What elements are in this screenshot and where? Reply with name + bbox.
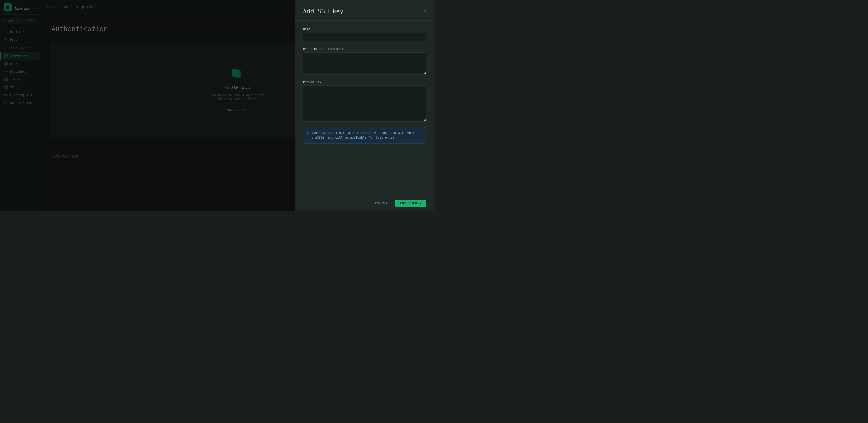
optional-label: (Optional) [325, 47, 343, 51]
name-field-group: Name [303, 27, 426, 41]
info-text: SSH keys added here are permanently asso… [311, 131, 422, 140]
public-key-label: Public Key [303, 80, 426, 84]
modal-body: Name Description (Optional) Public Key ℹ… [295, 21, 434, 195]
modal-title: Add SSH key [303, 8, 344, 15]
info-icon: ℹ [307, 131, 309, 135]
add-ssh-key-button[interactable]: ADD SSH KEY [395, 200, 426, 207]
cancel-button[interactable]: CANCEL [371, 200, 392, 207]
modal-footer: CANCEL ADD SSH KEY [295, 195, 434, 212]
description-field-group: Description (Optional) [303, 47, 426, 74]
description-input[interactable] [303, 52, 426, 74]
info-box: ℹ SSH keys added here are permanently as… [303, 127, 426, 144]
modal-close-button[interactable]: × [424, 9, 426, 13]
modal-header: Add SSH key × [295, 0, 434, 21]
name-input[interactable] [303, 33, 426, 41]
public-key-field-group: Public Key [303, 80, 426, 122]
public-key-input[interactable] [303, 85, 426, 122]
add-ssh-key-modal: Add SSH key × Name Description (Optional… [295, 0, 434, 212]
description-label: Description (Optional) [303, 47, 426, 51]
name-label: Name [303, 27, 426, 31]
